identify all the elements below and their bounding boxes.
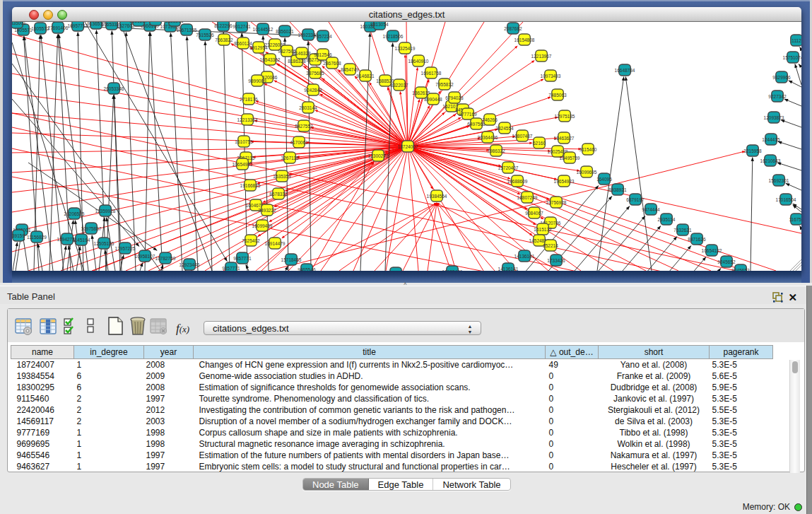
- svg-text:2087682: 2087682: [504, 26, 522, 31]
- svg-text:10975887: 10975887: [81, 226, 102, 231]
- svg-text:16154808: 16154808: [514, 37, 535, 42]
- svg-text:746266: 746266: [482, 117, 498, 122]
- svg-text:3824554: 3824554: [495, 126, 514, 131]
- svg-text:1615132: 1615132: [534, 227, 552, 232]
- svg-text:17016504: 17016504: [776, 197, 796, 202]
- svg-text:2935114: 2935114: [658, 217, 676, 222]
- svg-text:1052233: 1052233: [146, 22, 165, 23]
- svg-text:16543362: 16543362: [260, 57, 281, 62]
- svg-text:6794028: 6794028: [445, 95, 464, 100]
- svg-text:7625402: 7625402: [242, 238, 260, 243]
- svg-text:7515526: 7515526: [196, 33, 214, 37]
- svg-text:8427552: 8427552: [295, 124, 313, 129]
- svg-text:20206525: 20206525: [64, 211, 85, 216]
- svg-text:16099695: 16099695: [577, 170, 597, 175]
- svg-text:15751074: 15751074: [783, 55, 801, 60]
- svg-text:15718485: 15718485: [281, 257, 302, 262]
- svg-text:17957225: 17957225: [115, 246, 136, 251]
- svg-text:18724007: 18724007: [398, 144, 418, 149]
- svg-text:8122296: 8122296: [214, 23, 233, 28]
- svg-text:7632621: 7632621: [673, 228, 692, 233]
- svg-text:12975185: 12975185: [555, 114, 575, 119]
- svg-text:12093873: 12093873: [764, 115, 784, 120]
- svg-text:116753: 116753: [789, 217, 801, 222]
- svg-text:10144512: 10144512: [253, 27, 273, 32]
- svg-text:62160: 62160: [533, 141, 546, 146]
- svg-text:9227342: 9227342: [768, 94, 787, 99]
- svg-text:10654122: 10654122: [702, 248, 722, 253]
- svg-text:8454749: 8454749: [341, 67, 359, 72]
- svg-text:7986322: 7986322: [487, 148, 505, 153]
- svg-text:18640910: 18640910: [408, 59, 429, 64]
- svg-text:2867608: 2867608: [323, 61, 341, 66]
- svg-text:9136537: 9136537: [129, 22, 148, 23]
- svg-text:7663822: 7663822: [215, 37, 233, 42]
- svg-text:9245652: 9245652: [717, 259, 736, 264]
- svg-text:12300273: 12300273: [368, 153, 389, 158]
- svg-text:13325419: 13325419: [395, 46, 416, 51]
- svg-text:2718176: 2718176: [240, 97, 258, 102]
- svg-text:8813054: 8813054: [370, 22, 389, 27]
- svg-text:20364436: 20364436: [478, 135, 498, 140]
- svg-text:3493222: 3493222: [258, 208, 276, 213]
- svg-text:12505135: 12505135: [94, 241, 114, 246]
- svg-text:8938921: 8938921: [608, 187, 627, 192]
- svg-text:10807487: 10807487: [512, 134, 533, 139]
- svg-text:19218506: 19218506: [383, 34, 404, 39]
- svg-text:9012741: 9012741: [233, 24, 251, 29]
- svg-text:19384554: 19384554: [427, 194, 447, 199]
- svg-text:9812546: 9812546: [314, 52, 332, 57]
- svg-text:9474444: 9474444: [642, 207, 660, 212]
- svg-text:8122296: 8122296: [165, 22, 184, 23]
- svg-text:12213363: 12213363: [237, 117, 258, 122]
- svg-text:8990448: 8990448: [424, 97, 442, 102]
- svg-text:10756928: 10756928: [546, 200, 567, 205]
- svg-text:14136141: 14136141: [514, 254, 535, 259]
- svg-text:1733426: 1733426: [547, 258, 565, 263]
- svg-text:3267115: 3267115: [281, 156, 299, 160]
- svg-text:19166825: 19166825: [240, 183, 261, 188]
- svg-text:1145194: 1145194: [73, 238, 90, 243]
- svg-text:11156829: 11156829: [27, 235, 47, 240]
- svg-text:9115460: 9115460: [579, 147, 597, 152]
- svg-text:9857771: 9857771: [222, 266, 240, 271]
- svg-text:4170061: 4170061: [290, 140, 308, 145]
- svg-text:9777169: 9777169: [459, 112, 477, 117]
- svg-text:9146821: 9146821: [356, 74, 375, 78]
- svg-text:10973493: 10973493: [541, 74, 561, 78]
- svg-text:19654923: 19654923: [554, 179, 575, 184]
- svg-text:9899089: 9899089: [248, 78, 266, 83]
- svg-text:18463627: 18463627: [554, 136, 575, 141]
- svg-text:3875685: 3875685: [306, 71, 324, 76]
- svg-text:10654981: 10654981: [233, 162, 253, 167]
- svg-text:164095: 164095: [596, 177, 612, 182]
- svg-text:3215958: 3215958: [743, 148, 762, 153]
- svg-text:8471626: 8471626: [688, 237, 706, 242]
- svg-text:16782759: 16782759: [155, 256, 176, 261]
- svg-text:27691406: 27691406: [48, 25, 69, 30]
- svg-text:7485063: 7485063: [548, 93, 567, 98]
- svg-text:10688609: 10688609: [507, 179, 528, 184]
- svg-text:12359928: 12359928: [95, 209, 116, 214]
- svg-text:1535359: 1535359: [273, 174, 291, 179]
- svg-text:15692301: 15692301: [769, 178, 789, 183]
- svg-text:16210643: 16210643: [760, 158, 781, 163]
- svg-text:1835001: 1835001: [12, 22, 26, 25]
- svg-text:15720407: 15720407: [498, 165, 519, 170]
- svg-text:6879197: 6879197: [626, 197, 645, 202]
- svg-text:1527602: 1527602: [117, 23, 135, 28]
- svg-text:8356021: 8356021: [276, 29, 294, 34]
- svg-text:2803144: 2803144: [299, 105, 317, 110]
- svg-text:18807249: 18807249: [517, 195, 538, 200]
- svg-text:252214: 252214: [543, 243, 558, 248]
- svg-text:9857771: 9857771: [233, 256, 252, 261]
- svg-text:16957712: 16957712: [68, 23, 88, 28]
- svg-text:8146328: 8146328: [293, 51, 311, 56]
- svg-text:16914479: 16914479: [265, 241, 286, 246]
- svg-text:1112: 1112: [792, 38, 801, 43]
- svg-text:1605572: 1605572: [31, 26, 49, 31]
- svg-text:16648784: 16648784: [615, 68, 635, 73]
- svg-text:8678332: 8678332: [269, 192, 288, 197]
- svg-text:9242848: 9242848: [304, 88, 322, 93]
- svg-text:6497568: 6497568: [467, 122, 486, 127]
